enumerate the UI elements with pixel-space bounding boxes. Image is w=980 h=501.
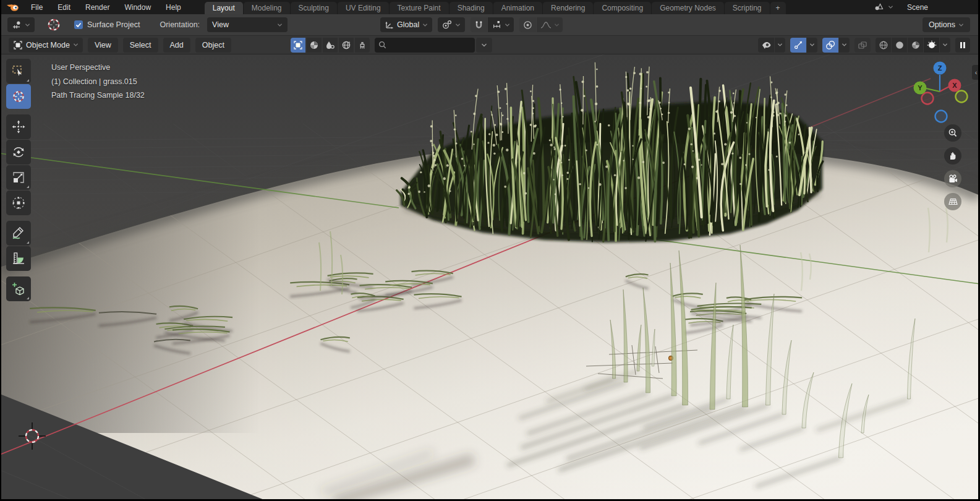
orthographic-grid-icon[interactable] bbox=[944, 193, 961, 210]
rendered-scene bbox=[0, 54, 980, 501]
filter-shading-sphere-icon[interactable] bbox=[307, 38, 322, 53]
menu-edit[interactable]: Edit bbox=[50, 0, 78, 14]
render-progress-label: Path Tracing Sample 18/32 bbox=[51, 88, 145, 103]
tab-compositing[interactable]: Compositing bbox=[594, 2, 651, 14]
tab-scripting[interactable]: Scripting bbox=[725, 2, 770, 14]
tab-modeling[interactable]: Modeling bbox=[244, 2, 290, 14]
navigation-gizmo[interactable]: Z Y X bbox=[898, 59, 978, 133]
cursor-tool-icon bbox=[46, 17, 62, 33]
topbar: FileEditRenderWindowHelp LayoutModelingS… bbox=[0, 0, 980, 14]
snap-toggle[interactable] bbox=[471, 17, 487, 32]
add-workspace-tab[interactable]: + bbox=[770, 2, 786, 14]
shading-rendered-icon[interactable] bbox=[924, 38, 939, 53]
filter-fluid-droplet-icon[interactable] bbox=[323, 38, 338, 53]
tab-rendering[interactable]: Rendering bbox=[543, 2, 593, 14]
tab-uv-editing[interactable]: UV Editing bbox=[338, 2, 389, 14]
xray-toggle[interactable] bbox=[854, 38, 871, 53]
gizmos-toggle[interactable] bbox=[790, 38, 806, 53]
visibility-chevron-icon[interactable] bbox=[775, 38, 785, 53]
filter-render-region-icon[interactable] bbox=[291, 38, 305, 53]
overlays-toggle[interactable] bbox=[822, 38, 838, 53]
viewport-3d[interactable]: User Perspective (1) Collection | grass.… bbox=[0, 54, 980, 501]
blender-window: FileEditRenderWindowHelp LayoutModelingS… bbox=[0, 0, 980, 501]
filter-brush-icon[interactable] bbox=[355, 38, 370, 53]
shading-material-icon[interactable] bbox=[908, 38, 923, 53]
svg-text:Y: Y bbox=[918, 84, 922, 92]
object-visibility-icon[interactable] bbox=[758, 38, 774, 53]
tool-scale[interactable] bbox=[6, 165, 31, 190]
checkbox-icon[interactable] bbox=[74, 20, 83, 29]
shading-chevron-icon[interactable] bbox=[940, 38, 950, 53]
proportional-falloff-dropdown[interactable] bbox=[537, 17, 563, 32]
tool-annotate[interactable] bbox=[6, 221, 31, 246]
tab-texture-paint[interactable]: Texture Paint bbox=[390, 2, 449, 14]
tool-select-box[interactable] bbox=[6, 59, 31, 84]
tab-sculpting[interactable]: Sculpting bbox=[291, 2, 337, 14]
render-pause-button[interactable] bbox=[955, 38, 970, 53]
orientation-dropdown[interactable]: View bbox=[207, 17, 288, 32]
menu-file[interactable]: File bbox=[23, 0, 50, 14]
surface-project-label: Surface Project bbox=[87, 20, 140, 29]
filter-world-globe-icon[interactable] bbox=[339, 38, 354, 53]
search-filter-dropdown[interactable] bbox=[476, 38, 492, 53]
scene-chevron-icon[interactable] bbox=[888, 5, 893, 9]
viewport-menu-object[interactable]: Object bbox=[195, 38, 231, 53]
search-input[interactable] bbox=[389, 40, 459, 50]
scene-icon[interactable] bbox=[874, 2, 884, 12]
workspace-tabs: LayoutModelingSculptingUV EditingTexture… bbox=[205, 0, 786, 14]
menu-window[interactable]: Window bbox=[117, 0, 158, 14]
viewport-search[interactable] bbox=[375, 38, 475, 53]
tab-layout[interactable]: Layout bbox=[205, 2, 243, 14]
mode-value: Object Mode bbox=[26, 41, 70, 49]
transform-orientation-value: Global bbox=[397, 20, 419, 29]
toolbar bbox=[6, 59, 31, 302]
tool-add-cube[interactable] bbox=[6, 276, 31, 301]
viewport-menu-select[interactable]: Select bbox=[123, 38, 158, 53]
viewport-menu-view[interactable]: View bbox=[88, 38, 118, 53]
mode-dropdown[interactable]: Object Mode bbox=[9, 38, 83, 53]
tab-animation[interactable]: Animation bbox=[493, 2, 542, 14]
orientation-value: View bbox=[212, 20, 229, 29]
menu-render[interactable]: Render bbox=[78, 0, 117, 14]
options-dropdown[interactable]: Options bbox=[922, 17, 970, 32]
svg-text:Z: Z bbox=[938, 64, 942, 72]
shading-wireframe-icon[interactable] bbox=[876, 38, 891, 53]
viewport-menus: ViewSelectAddObject bbox=[88, 38, 231, 53]
menu-help[interactable]: Help bbox=[158, 0, 189, 14]
active-tool-dropdown[interactable] bbox=[7, 17, 35, 32]
chevron-down-icon bbox=[25, 23, 30, 27]
camera-view-icon[interactable] bbox=[944, 170, 961, 187]
orientation-label: Orientation: bbox=[160, 20, 200, 29]
options-label: Options bbox=[929, 20, 955, 29]
sidebar-collapse-tab[interactable]: ‹ bbox=[972, 65, 980, 80]
viewport-info-overlay: User Perspective (1) Collection | grass.… bbox=[51, 61, 145, 103]
shading-solid-icon[interactable] bbox=[892, 38, 907, 53]
tab-shading[interactable]: Shading bbox=[450, 2, 493, 14]
blender-logo-icon[interactable] bbox=[0, 0, 23, 14]
tool-cursor[interactable] bbox=[6, 84, 31, 109]
gizmos-chevron-icon[interactable] bbox=[807, 38, 817, 53]
svg-text:X: X bbox=[952, 82, 957, 89]
search-icon bbox=[378, 41, 386, 49]
viewport-menu-add[interactable]: Add bbox=[163, 38, 190, 53]
surface-project-toggle[interactable]: Surface Project bbox=[74, 20, 140, 29]
overlays-chevron-icon[interactable] bbox=[839, 38, 850, 53]
viewport-nav-buttons bbox=[944, 124, 961, 210]
pivot-point-dropdown[interactable] bbox=[438, 17, 465, 32]
active-object-label: (1) Collection | grass.015 bbox=[51, 75, 145, 89]
scene-name[interactable]: Scene bbox=[907, 3, 928, 12]
menu-bar: FileEditRenderWindowHelp bbox=[23, 0, 189, 14]
transform-orientation-dropdown[interactable]: Global bbox=[380, 17, 432, 32]
tool-settings-bar: Surface Project Orientation: View Glob bbox=[0, 14, 980, 36]
snap-with-dropdown[interactable] bbox=[488, 17, 514, 32]
view-perspective-label: User Perspective bbox=[51, 61, 145, 75]
tool-rotate[interactable] bbox=[6, 140, 31, 165]
viewport-header: Object Mode ViewSelectAddObject bbox=[0, 36, 980, 54]
zoom-icon[interactable] bbox=[944, 124, 961, 142]
tool-measure[interactable] bbox=[6, 246, 31, 271]
tool-transform[interactable] bbox=[6, 191, 31, 215]
tab-geometry-nodes[interactable]: Geometry Nodes bbox=[652, 2, 724, 14]
proportional-editing-toggle[interactable] bbox=[519, 17, 536, 32]
tool-move[interactable] bbox=[6, 114, 31, 139]
pan-hand-icon[interactable] bbox=[944, 147, 961, 165]
